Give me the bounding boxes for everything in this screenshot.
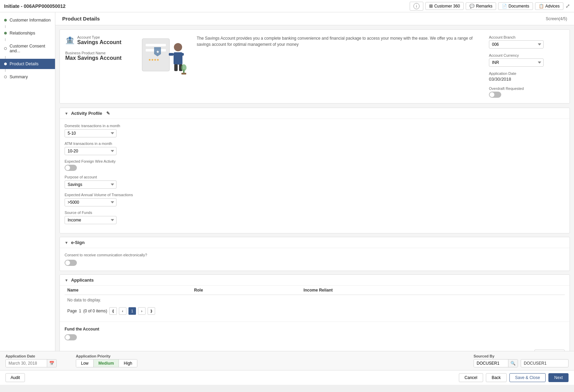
sidebar: Customer Information Relationships Custo…: [0, 12, 55, 351]
applicants-header[interactable]: ▼ Applicants: [60, 275, 570, 286]
topbar-title: Initiate - 006APP000050012: [4, 3, 410, 9]
foreign-wire-toggle[interactable]: [65, 165, 77, 171]
sidebar-dot: [4, 76, 7, 78]
priority-group-container: Application Priority Low Medium High: [76, 354, 137, 367]
annual-volume-label: Expected Annual Volume of Transactions: [65, 193, 133, 197]
sourced-by-value: DOCUSER1: [521, 359, 569, 367]
annual-volume-row: Expected Annual Volume of Transactions >…: [65, 193, 565, 206]
documents-button[interactable]: 📄 Documents: [498, 2, 533, 10]
content-header: Product Details Screen(4/5): [55, 12, 574, 25]
edit-icon[interactable]: ✎: [106, 111, 110, 116]
account-currency-group: Account Currency INR: [489, 53, 564, 67]
app-btn-row: Application: [60, 346, 570, 351]
purpose-col: Purpose of account Savings Investment Bu…: [65, 175, 117, 189]
svg-point-12: [181, 64, 187, 71]
sidebar-dot: [4, 19, 7, 22]
annual-volume-select[interactable]: >5000 1000-5000 <1000: [65, 198, 117, 206]
prev-page-button[interactable]: ‹: [119, 307, 126, 315]
applicants-section: ▼ Applicants Name Role Income Reliant No: [59, 274, 570, 351]
priority-low[interactable]: Low: [76, 360, 94, 367]
sourced-by-search-input[interactable]: [474, 360, 508, 367]
content-title: Product Details: [62, 16, 100, 22]
foreign-wire-col: Expected Foreign Wire Activity: [65, 159, 115, 171]
app-date-input[interactable]: [6, 360, 47, 367]
priority-toggle-group: Low Medium High: [76, 359, 137, 367]
next-button[interactable]: Next: [548, 373, 569, 382]
product-card: 🏦 Account Type Savings Account Business …: [59, 29, 570, 104]
atm-select[interactable]: 10-20 20-30 >30: [65, 147, 117, 155]
fund-toggle[interactable]: [65, 334, 77, 340]
info-button[interactable]: i: [410, 2, 423, 11]
date-input-wrap: 📅: [5, 359, 57, 367]
sidebar-dot: [4, 32, 7, 35]
business-product-value: Max Savings Account: [65, 55, 122, 61]
app-date-value: 03/30/2018: [489, 77, 564, 82]
esign-header[interactable]: ▼ e-Sign: [60, 237, 570, 248]
application-button[interactable]: Application: [534, 350, 565, 351]
consent-toggle[interactable]: [65, 260, 77, 266]
svg-rect-7: [169, 53, 174, 56]
fund-section: Fund the Account: [60, 322, 570, 346]
product-description: The Savings Account provides you a compl…: [197, 35, 482, 48]
audit-button[interactable]: Audit: [5, 373, 25, 382]
app-date-label: Application Date: [489, 71, 564, 76]
activity-profile-header[interactable]: ▼ Activity Profile ✎: [60, 108, 570, 119]
screen-info: Screen(4/5): [546, 16, 567, 21]
svg-point-5: [174, 43, 182, 51]
remarks-icon: 💬: [469, 4, 475, 9]
calendar-icon[interactable]: 📅: [47, 360, 56, 367]
account-currency-select[interactable]: INR: [489, 58, 544, 67]
next-page-button[interactable]: ›: [138, 307, 146, 315]
sidebar-item-product-details[interactable]: Product Details: [0, 59, 55, 69]
source-funds-select[interactable]: Income Business Investment: [65, 216, 117, 224]
search-icon[interactable]: 🔍: [508, 360, 518, 367]
svg-rect-13: [181, 73, 186, 75]
advices-icon: 📋: [539, 4, 544, 9]
svg-text:★: ★: [156, 50, 160, 54]
chevron-icon: ▼: [65, 241, 68, 245]
sidebar-dot: [4, 47, 7, 50]
cancel-button[interactable]: Cancel: [459, 373, 483, 382]
domestic-row: Domestic transactions in a month 5-10 10…: [65, 124, 565, 137]
sidebar-connector: [5, 38, 5, 41]
priority-medium[interactable]: Medium: [94, 360, 119, 367]
sidebar-item-customer-consent[interactable]: Customer Consent and...: [0, 41, 55, 56]
sidebar-item-summary[interactable]: Summary: [0, 72, 55, 82]
remarks-button[interactable]: 💬 Remarks: [466, 2, 496, 10]
footer-bar: Audit Cancel Back Save & Close Next: [0, 370, 574, 385]
priority-high[interactable]: High: [119, 360, 137, 367]
main-layout: Customer Information Relationships Custo…: [0, 12, 574, 351]
source-funds-row: Source of Funds Income Business Investme…: [65, 211, 565, 224]
sidebar-item-relationships[interactable]: Relationships: [0, 28, 55, 38]
account-type-icon: 🏦: [65, 36, 74, 45]
activity-profile-title: Activity Profile: [71, 111, 102, 116]
account-branch-select[interactable]: 006: [489, 40, 544, 49]
consent-col: Consent to receive communication electro…: [65, 253, 565, 266]
consent-label: Consent to receive communication electro…: [65, 253, 565, 257]
first-page-button[interactable]: ⟪: [109, 307, 117, 315]
app-date-group: Application Date 03/30/2018: [489, 71, 564, 82]
purpose-label: Purpose of account: [65, 175, 117, 179]
applicants-title: Applicants: [71, 278, 94, 283]
last-page-button[interactable]: ⟫: [148, 307, 155, 315]
page-num: 1: [79, 309, 81, 313]
expand-button[interactable]: ⤢: [565, 3, 570, 9]
sidebar-item-customer-information[interactable]: Customer Information: [0, 15, 55, 25]
advices-button[interactable]: 📋 Advices: [535, 2, 563, 10]
source-funds-label: Source of Funds: [65, 211, 117, 215]
svg-text:★★★★: ★★★★: [148, 58, 159, 62]
activity-profile-body: Domestic transactions in a month 5-10 10…: [60, 119, 570, 233]
svg-rect-9: [174, 64, 178, 71]
customer360-button[interactable]: ⊞ Customer 360: [425, 2, 464, 10]
save-close-button[interactable]: Save & Close: [509, 373, 546, 382]
topbar: Initiate - 006APP000050012 i ⊞ Customer …: [0, 0, 574, 12]
domestic-select[interactable]: 5-10 10-20 20-30 >30: [65, 129, 117, 137]
back-button[interactable]: Back: [486, 373, 507, 382]
sourced-by-label: Sourced By: [474, 354, 569, 358]
purpose-select[interactable]: Savings Investment Business: [65, 180, 117, 189]
sidebar-dot: [4, 63, 7, 65]
sourced-by-group: Sourced By 🔍 DOCUSER1: [474, 354, 569, 367]
svg-rect-1: [146, 44, 166, 46]
overdraft-toggle[interactable]: [489, 92, 501, 98]
activity-profile-section: ▼ Activity Profile ✎ Domestic transactio…: [59, 108, 570, 233]
